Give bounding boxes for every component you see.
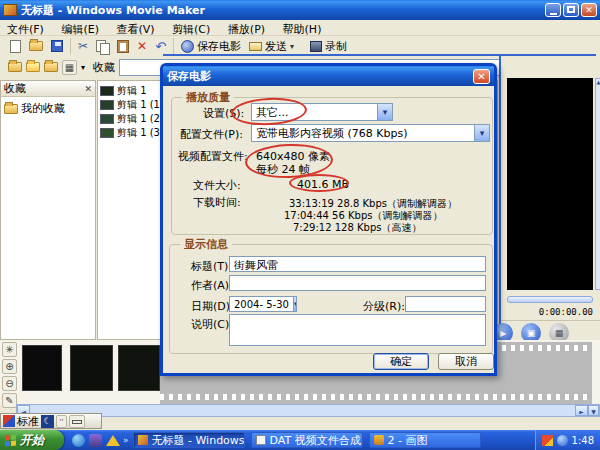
ime-mode-label[interactable]: 标准 bbox=[17, 414, 39, 429]
new-project-icon bbox=[10, 40, 21, 53]
narration-icon[interactable]: ✎ bbox=[2, 393, 17, 408]
taskbar-task-paint[interactable]: 2 - 画图 bbox=[369, 432, 481, 448]
copy-button[interactable] bbox=[92, 37, 113, 55]
annotation-ellipse-file-size bbox=[289, 174, 349, 192]
undo-icon: ↶ bbox=[155, 39, 166, 54]
tray-ime-icon[interactable] bbox=[542, 435, 553, 446]
tray-volume-icon[interactable] bbox=[557, 435, 568, 446]
scrollbar-up-icon[interactable]: ▲ bbox=[596, 79, 600, 85]
task-paint-icon bbox=[374, 435, 384, 445]
app-icon bbox=[3, 4, 17, 16]
taskbar: 开始 » 无标题 - Windows... DAT 视频文件合成... 2 - … bbox=[0, 430, 600, 450]
windows-flag-icon bbox=[5, 434, 16, 446]
profile-dropdown-icon[interactable]: ▾ bbox=[474, 125, 489, 141]
ime-keyboard-icon[interactable] bbox=[69, 415, 85, 428]
storyboard-frame[interactable] bbox=[22, 345, 62, 391]
zoom-out-icon[interactable]: ⊖ bbox=[2, 376, 17, 391]
scroll-down-icon[interactable]: ▼ bbox=[588, 405, 599, 416]
info-group-caption: 显示信息 bbox=[180, 237, 232, 252]
storyboard-frame[interactable] bbox=[118, 345, 160, 391]
new-project-button[interactable] bbox=[6, 37, 25, 55]
delete-button[interactable]: ✕ bbox=[133, 37, 151, 55]
quick-launch-warning-icon[interactable] bbox=[106, 435, 120, 446]
video-profile-label: 视频配置文件: bbox=[178, 149, 248, 164]
dialog-close-icon[interactable]: ✕ bbox=[473, 69, 490, 84]
dialog-titlebar: 保存电影 ✕ bbox=[163, 66, 494, 86]
views-button[interactable]: ▦ bbox=[62, 60, 77, 75]
ime-logo-icon[interactable] bbox=[3, 415, 15, 427]
cancel-button[interactable]: 取消 bbox=[438, 353, 494, 370]
quality-group-caption: 播放质量 bbox=[182, 90, 234, 105]
app-titlebar: 无标题 - Windows Movie Maker ✕ bbox=[0, 0, 600, 20]
close-button[interactable]: ✕ bbox=[581, 3, 597, 17]
setting-dropdown-icon[interactable]: ▾ bbox=[377, 104, 392, 120]
save-movie-button[interactable]: 保存电影 bbox=[177, 37, 245, 55]
collection-folder-icon bbox=[4, 104, 18, 114]
file-size-label: 文件大小: bbox=[193, 178, 241, 193]
storyboard-frame[interactable] bbox=[70, 345, 113, 391]
start-button[interactable]: 开始 bbox=[0, 430, 64, 450]
clip-thumbnail bbox=[100, 100, 114, 110]
dialog-title: 保存电影 bbox=[167, 69, 211, 84]
send-dropdown-icon[interactable]: ▾ bbox=[290, 42, 294, 51]
save-project-button[interactable] bbox=[47, 37, 67, 55]
open-project-button[interactable] bbox=[25, 37, 47, 55]
record-icon bbox=[310, 41, 322, 52]
cut-button[interactable]: ✂ bbox=[74, 37, 92, 55]
up-one-level-icon[interactable] bbox=[8, 62, 22, 72]
quick-launch-player-icon[interactable] bbox=[89, 434, 102, 447]
ime-halfwidth-icon[interactable]: ☾ bbox=[41, 415, 54, 428]
minimize-button[interactable] bbox=[545, 3, 561, 17]
scroll-right-icon[interactable]: ► bbox=[575, 405, 588, 416]
author-input[interactable] bbox=[229, 275, 486, 291]
undo-button[interactable]: ↶ bbox=[151, 37, 170, 55]
monitor-scrollbar[interactable]: ▲ bbox=[595, 78, 600, 290]
taskbar-task-dat-video[interactable]: DAT 视频文件合成... bbox=[251, 432, 363, 448]
cut-icon: ✂ bbox=[78, 39, 88, 53]
save-icon bbox=[51, 40, 63, 52]
maximize-button[interactable] bbox=[563, 3, 579, 17]
rating-label: 分级(R): bbox=[363, 299, 405, 314]
paste-button[interactable] bbox=[113, 37, 133, 55]
ok-button[interactable]: 确定 bbox=[373, 353, 429, 370]
date-combobox[interactable]: 2004- 5-30 ▾ bbox=[229, 296, 297, 312]
movie-maker-app-window: 无标题 - Windows Movie Maker ✕ 文件(F) 编辑(E) … bbox=[0, 0, 600, 450]
timeline-toggle-icon[interactable]: ✳ bbox=[2, 342, 17, 357]
clip-thumbnail bbox=[100, 86, 114, 96]
send-envelope-icon bbox=[249, 42, 262, 51]
taskbar-clock: 1:48 bbox=[572, 435, 594, 446]
ime-punctuation-icon[interactable]: '' bbox=[56, 415, 67, 428]
save-movie-dialog: 保存电影 ✕ 播放质量 设置(S): 其它... ▾ 配置文件(P): 宽带电影… bbox=[160, 63, 497, 376]
views-dropdown-icon[interactable]: ▾ bbox=[81, 63, 85, 72]
tree-panel-close-icon[interactable]: ✕ bbox=[84, 84, 92, 94]
date-dropdown-icon[interactable]: ▾ bbox=[293, 297, 297, 311]
timecode: 0:00:00.00 bbox=[501, 307, 593, 317]
zoom-in-icon[interactable]: ⊕ bbox=[2, 359, 17, 374]
profile-combobox[interactable]: 宽带电影内容视频 (768 Kbps) ▾ bbox=[251, 124, 490, 142]
quick-launch-ie-icon[interactable] bbox=[72, 434, 85, 447]
paste-icon bbox=[117, 40, 129, 53]
date-label: 日期(D): bbox=[191, 299, 234, 314]
download-time-highspeed: 7:29:12 128 Kbps（高速） bbox=[293, 221, 421, 235]
collections-folder-icon[interactable] bbox=[44, 62, 58, 72]
download-time-label: 下载时间: bbox=[193, 195, 241, 210]
description-input[interactable] bbox=[229, 314, 486, 346]
taskbar-task-movie-maker[interactable]: 无标题 - Windows... bbox=[133, 432, 245, 448]
monitor-panel: ▲ 0:00:00.00 ▶ ▣ ▦ bbox=[499, 56, 600, 346]
open-folder-icon bbox=[29, 41, 43, 51]
tree-item-my-collections[interactable]: 我的收藏 bbox=[1, 97, 95, 120]
quick-launch-chevron-icon[interactable]: » bbox=[123, 435, 129, 445]
seek-bar[interactable] bbox=[507, 296, 593, 303]
record-button[interactable]: 录制 bbox=[306, 37, 351, 55]
main-toolbar: ✂ ✕ ↶ 保存电影 发送 ▾ 录制 bbox=[0, 36, 600, 56]
new-collection-icon[interactable] bbox=[26, 62, 40, 72]
clip-thumbnail bbox=[100, 128, 114, 138]
timeline-tools: ✳ ⊕ ⊖ ✎ bbox=[2, 342, 17, 408]
ime-language-bar: 标准 ☾ '' bbox=[0, 413, 102, 429]
horizontal-scrollbar[interactable]: ◄ ► ▼ bbox=[16, 404, 600, 417]
rating-input[interactable] bbox=[405, 296, 486, 312]
profile-label: 配置文件(P): bbox=[180, 127, 243, 142]
send-button[interactable]: 发送 ▾ bbox=[245, 37, 298, 55]
task-dat-icon bbox=[256, 435, 266, 445]
title-input[interactable]: 街舞风雷 bbox=[229, 256, 486, 272]
